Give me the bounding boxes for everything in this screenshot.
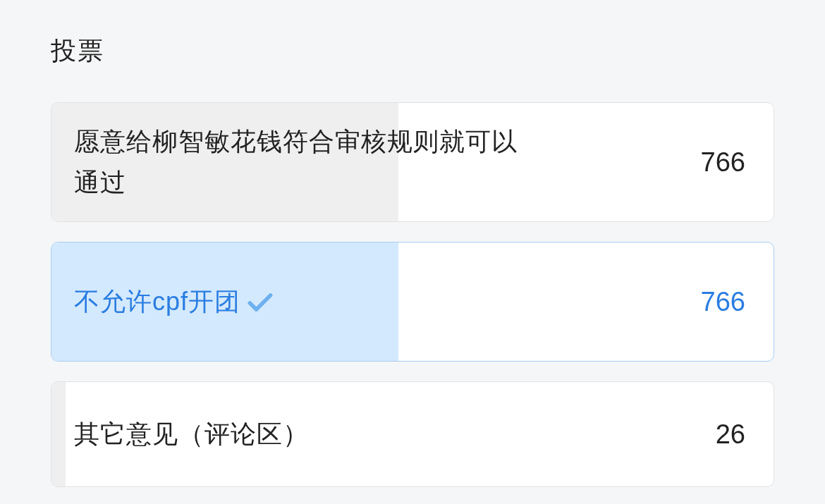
- poll-option[interactable]: 不允许cpf开团 766: [51, 242, 774, 362]
- option-label: 其它意见（评论区）: [74, 414, 309, 455]
- poll-option[interactable]: 愿意给柳智敏花钱符合审核规则就可以通过 766: [51, 102, 774, 222]
- option-label: 不允许cpf开团: [74, 281, 276, 322]
- option-content: 其它意见（评论区） 26: [51, 414, 774, 455]
- option-count: 26: [716, 419, 745, 450]
- poll-container: 投票 愿意给柳智敏花钱符合审核规则就可以通过 766 不允许cpf开团: [0, 0, 825, 487]
- option-label-text: 不允许cpf开团: [74, 281, 240, 322]
- poll-options-list: 愿意给柳智敏花钱符合审核规则就可以通过 766 不允许cpf开团 766: [51, 102, 774, 487]
- poll-option[interactable]: 其它意见（评论区） 26: [51, 381, 774, 487]
- option-content: 不允许cpf开团 766: [51, 281, 774, 322]
- option-content: 愿意给柳智敏花钱符合审核规则就可以通过 766: [51, 121, 774, 202]
- option-label: 愿意给柳智敏花钱符合审核规则就可以通过: [74, 121, 539, 202]
- check-icon: [245, 286, 276, 317]
- poll-title: 投票: [51, 34, 774, 68]
- option-count: 766: [701, 287, 745, 317]
- option-count: 766: [701, 147, 745, 178]
